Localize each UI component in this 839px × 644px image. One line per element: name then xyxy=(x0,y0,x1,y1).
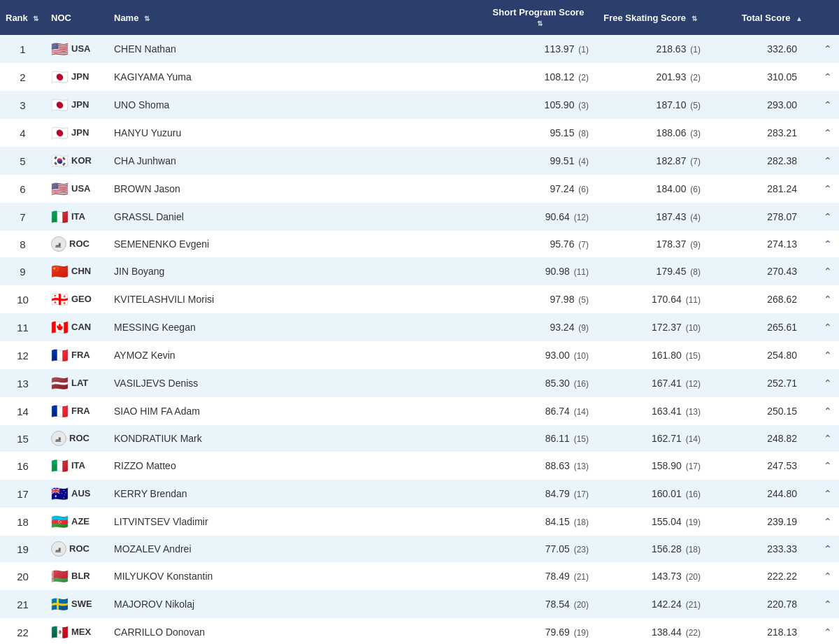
expand-icon[interactable]: ⌃ xyxy=(824,211,832,222)
noc-cell: 🇯🇵JPN xyxy=(45,63,108,91)
expand-cell[interactable]: ⌃ xyxy=(811,536,839,562)
total-score-cell: 244.80 xyxy=(706,480,811,508)
total-score-cell: 247.53 xyxy=(706,452,811,480)
expand-icon[interactable]: ⌃ xyxy=(824,266,832,277)
expand-icon[interactable]: ⌃ xyxy=(824,155,832,166)
fs-score-cell: 156.28 (18) xyxy=(594,536,706,562)
table-row: 22 🇲🇽MEX CARRILLO Donovan 79.69 (19) 138… xyxy=(0,618,839,644)
sp-score-rank: (2) xyxy=(578,73,589,83)
expand-cell[interactable]: ⌃ xyxy=(811,341,839,369)
flag-icon: 🇰🇷 xyxy=(51,153,69,169)
expand-cell[interactable]: ⌃ xyxy=(811,35,839,63)
fs-score-rank: (1) xyxy=(690,45,701,55)
rank-cell: 9 xyxy=(0,257,45,285)
expand-cell[interactable]: ⌃ xyxy=(811,313,839,341)
rank-number: 18 xyxy=(17,516,29,528)
rank-sort-icon[interactable]: ⇅ xyxy=(33,15,38,22)
name-sort-icon[interactable]: ⇅ xyxy=(144,15,150,22)
sp-sort-icon[interactable]: ⇅ xyxy=(537,20,543,27)
expand-cell[interactable]: ⌃ xyxy=(811,119,839,147)
expand-icon[interactable]: ⌃ xyxy=(824,378,832,389)
athlete-name: CHA Junhwan xyxy=(114,155,176,166)
expand-icon[interactable]: ⌃ xyxy=(824,599,832,610)
expand-cell[interactable]: ⌃ xyxy=(811,369,839,397)
flag-icon: 🇯🇵 xyxy=(51,69,69,85)
sp-header[interactable]: Short Program Score ⇅ xyxy=(482,0,594,35)
sp-score-cell: 78.49 (21) xyxy=(482,562,594,590)
results-table: Rank ⇅ NOC Name ⇅ Short Program Score ⇅ … xyxy=(0,0,839,644)
rank-cell: 18 xyxy=(0,508,45,536)
expand-icon[interactable]: ⌃ xyxy=(824,571,832,582)
expand-icon[interactable]: ⌃ xyxy=(824,460,832,471)
fs-header[interactable]: Free Skating Score ⇅ xyxy=(594,0,706,35)
expand-icon[interactable]: ⌃ xyxy=(824,238,832,250)
expand-icon[interactable]: ⌃ xyxy=(824,99,832,110)
expand-icon[interactable]: ⌃ xyxy=(824,433,832,444)
flag-icon: 🇦🇿 xyxy=(51,514,69,529)
noc-code: LAT xyxy=(71,378,88,388)
noc-code: ROC xyxy=(69,238,89,249)
expand-cell[interactable]: ⌃ xyxy=(811,147,839,175)
rank-cell: 15 xyxy=(0,425,45,452)
total-sort-icon[interactable]: ▲ xyxy=(796,15,803,22)
expand-icon[interactable]: ⌃ xyxy=(824,71,832,83)
total-score-value: 254.80 xyxy=(767,350,797,361)
expand-icon[interactable]: ⌃ xyxy=(824,183,832,194)
expand-cell[interactable]: ⌃ xyxy=(811,175,839,203)
expand-cell[interactable]: ⌃ xyxy=(811,397,839,425)
expand-icon[interactable]: ⌃ xyxy=(824,627,832,638)
noc-cell: 🇨🇦CAN xyxy=(45,313,108,341)
rank-header[interactable]: Rank ⇅ xyxy=(0,0,45,35)
athlete-name: KERRY Brendan xyxy=(114,488,187,499)
sp-score-rank: (13) xyxy=(574,461,589,471)
expand-cell[interactable]: ⌃ xyxy=(811,203,839,231)
athlete-name: VASILJEVS Deniss xyxy=(114,378,198,389)
sp-score-cell: 95.76 (7) xyxy=(482,231,594,257)
fs-score-rank: (20) xyxy=(686,572,701,582)
expand-cell[interactable]: ⌃ xyxy=(811,590,839,618)
sp-score-value: 78.49 xyxy=(545,571,570,582)
fs-score-cell: 172.37 (10) xyxy=(594,313,706,341)
sp-label: Short Program Score xyxy=(493,7,585,17)
expand-icon[interactable]: ⌃ xyxy=(824,294,832,305)
expand-icon[interactable]: ⌃ xyxy=(824,350,832,361)
expand-cell[interactable]: ⌃ xyxy=(811,257,839,285)
expand-cell[interactable]: ⌃ xyxy=(811,425,839,452)
flag-icon: 🇨🇳 xyxy=(51,264,69,279)
expand-cell[interactable]: ⌃ xyxy=(811,231,839,257)
expand-cell[interactable]: ⌃ xyxy=(811,618,839,644)
expand-cell[interactable]: ⌃ xyxy=(811,562,839,590)
fs-sort-icon[interactable]: ⇅ xyxy=(691,15,697,22)
total-header[interactable]: Total Score ▲ xyxy=(706,0,811,35)
expand-cell[interactable]: ⌃ xyxy=(811,452,839,480)
rank-cell: 11 xyxy=(0,313,45,341)
fs-score-rank: (19) xyxy=(686,517,701,527)
fs-score-cell: 188.06 (3) xyxy=(594,119,706,147)
expand-icon[interactable]: ⌃ xyxy=(824,543,832,554)
expand-icon[interactable]: ⌃ xyxy=(824,43,832,55)
sp-score-value: 85.30 xyxy=(545,378,570,389)
table-row: 18 🇦🇿AZE LITVINTSEV Vladimir 84.15 (18) … xyxy=(0,508,839,536)
rank-number: 1 xyxy=(20,43,25,55)
expand-cell[interactable]: ⌃ xyxy=(811,285,839,313)
fs-score-cell: 138.44 (22) xyxy=(594,618,706,644)
expand-cell[interactable]: ⌃ xyxy=(811,91,839,119)
expand-icon[interactable]: ⌃ xyxy=(824,516,832,527)
table-row: 1 🇺🇸USA CHEN Nathan 113.97 (1) 218.63 (1… xyxy=(0,35,839,63)
rank-number: 20 xyxy=(17,571,29,582)
fs-score-rank: (13) xyxy=(686,407,701,417)
fs-score-value: 172.37 xyxy=(652,322,682,333)
expand-cell[interactable]: ⌃ xyxy=(811,63,839,91)
table-row: 13 🇱🇻LAT VASILJEVS Deniss 85.30 (16) 167… xyxy=(0,369,839,397)
table-row: 12 🇫🇷FRA AYMOZ Kevin 93.00 (10) 161.80 (… xyxy=(0,341,839,369)
fs-score-rank: (11) xyxy=(686,295,701,305)
noc-cell: 🇲🇽MEX xyxy=(45,618,108,644)
expand-cell[interactable]: ⌃ xyxy=(811,508,839,536)
rank-cell: 7 xyxy=(0,203,45,231)
expand-icon[interactable]: ⌃ xyxy=(824,322,832,333)
total-label: Total Score xyxy=(742,13,791,23)
expand-icon[interactable]: ⌃ xyxy=(824,488,832,499)
expand-icon[interactable]: ⌃ xyxy=(824,406,832,417)
expand-cell[interactable]: ⌃ xyxy=(811,480,839,508)
expand-icon[interactable]: ⌃ xyxy=(824,127,832,138)
